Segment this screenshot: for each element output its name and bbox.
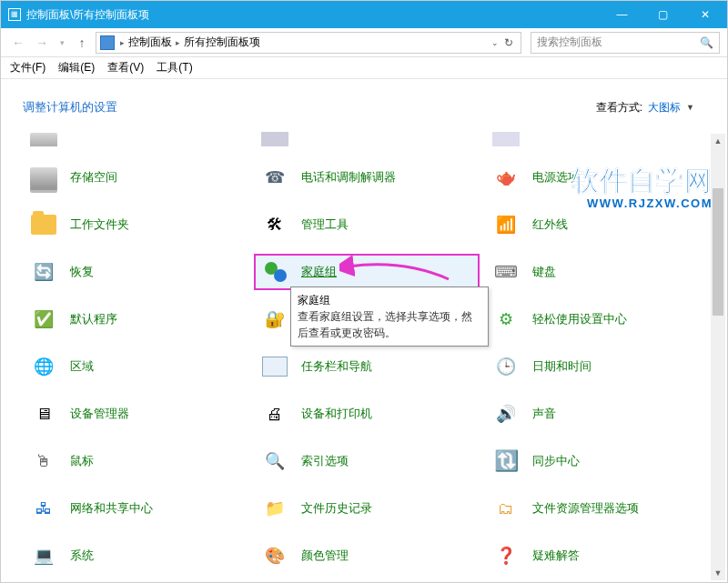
viewmode-value[interactable]: 大图标 bbox=[648, 100, 681, 116]
system-icon bbox=[30, 542, 57, 569]
breadcrumb-seg-1[interactable]: 控制面板 bbox=[128, 35, 172, 50]
content-header: 调整计算机的设置 查看方式: 大图标 ▼ bbox=[1, 79, 727, 128]
keyboard-icon bbox=[492, 258, 520, 286]
generic-icon bbox=[30, 133, 57, 146]
default-programs-icon bbox=[30, 306, 57, 333]
cp-item-explorer[interactable]: 文件资源管理器选项 bbox=[487, 492, 709, 525]
item-label: 轻松使用设置中心 bbox=[532, 311, 627, 327]
cp-item-colormgmt[interactable]: 颜色管理 bbox=[256, 539, 478, 572]
item-label: 同步中心 bbox=[532, 453, 580, 469]
datetime-icon bbox=[492, 353, 520, 380]
cp-item-indexing[interactable]: 索引选项 bbox=[256, 445, 478, 477]
window-controls: — ▢ ✕ bbox=[602, 1, 727, 28]
region-icon bbox=[30, 353, 57, 380]
tooltip: 家庭组 查看家庭组设置，选择共享选项，然后查看或更改密码。 bbox=[290, 286, 489, 347]
sync-icon bbox=[492, 447, 520, 475]
cp-item-mouse[interactable]: 鼠标 bbox=[25, 445, 247, 477]
infrared-icon bbox=[492, 211, 520, 238]
cp-item-keyboard[interactable]: 键盘 bbox=[487, 256, 709, 288]
generic-icon bbox=[261, 132, 288, 146]
refresh-icon[interactable]: ↻ bbox=[504, 36, 513, 49]
menu-bar: 文件(F) 编辑(E) 查看(V) 工具(T) bbox=[1, 57, 727, 79]
search-input[interactable]: 搜索控制面板 🔍 bbox=[531, 32, 720, 54]
item-label: 设备管理器 bbox=[70, 406, 129, 422]
credential-icon bbox=[261, 306, 288, 333]
chevron-down-icon[interactable]: ▼ bbox=[686, 103, 694, 112]
cp-item-partial[interactable] bbox=[25, 132, 247, 146]
cp-item-workfolder[interactable]: 工作文件夹 bbox=[25, 208, 247, 241]
cp-item-phone[interactable]: 电话和调制解调器 bbox=[256, 161, 478, 194]
item-label: 存储空间 bbox=[70, 169, 117, 186]
power-icon bbox=[492, 164, 520, 191]
cp-item-datetime[interactable]: 日期和时间 bbox=[487, 350, 709, 383]
view-mode: 查看方式: 大图标 ▼ bbox=[596, 100, 694, 116]
item-label: 系统 bbox=[70, 548, 94, 564]
storage-icon bbox=[30, 167, 57, 187]
menu-tools[interactable]: 工具(T) bbox=[157, 60, 192, 75]
menu-view[interactable]: 查看(V) bbox=[107, 60, 144, 75]
search-placeholder: 搜索控制面板 bbox=[537, 35, 602, 50]
mouse-icon bbox=[30, 447, 57, 475]
scroll-thumb[interactable] bbox=[713, 188, 723, 316]
item-label: 电源选项 bbox=[532, 169, 580, 186]
cp-item-infrared[interactable]: 红外线 bbox=[487, 208, 709, 241]
scroll-down-button[interactable]: ▼ bbox=[711, 566, 725, 580]
breadcrumb-dropdown-icon[interactable]: ⌄ bbox=[491, 38, 499, 47]
recovery-icon bbox=[30, 258, 57, 286]
item-label: 恢复 bbox=[70, 264, 94, 280]
breadcrumb-seg-2[interactable]: 所有控制面板项 bbox=[184, 35, 260, 50]
cp-item-easeaccess[interactable]: 轻松使用设置中心 bbox=[487, 303, 709, 336]
cp-item-sound[interactable]: 声音 bbox=[487, 397, 709, 430]
forward-button[interactable]: → bbox=[32, 33, 52, 53]
cp-item-taskbar[interactable]: 任务栏和导航 bbox=[256, 350, 478, 383]
cp-item-recovery[interactable]: 恢复 bbox=[25, 256, 247, 288]
cp-item-homegroup[interactable]: 家庭组 bbox=[256, 256, 478, 288]
phone-icon bbox=[261, 164, 288, 191]
cp-item-system[interactable]: 系统 bbox=[25, 539, 247, 572]
item-label: 电话和调制解调器 bbox=[301, 169, 396, 186]
vertical-scrollbar[interactable]: ▲ ▼ bbox=[711, 134, 725, 580]
menu-edit[interactable]: 编辑(E) bbox=[58, 60, 95, 75]
minimize-button[interactable]: — bbox=[602, 1, 642, 28]
search-icon[interactable]: 🔍 bbox=[700, 36, 713, 49]
tools-icon bbox=[261, 211, 288, 238]
cp-item-power[interactable]: 电源选项 bbox=[487, 161, 709, 194]
up-button[interactable]: ↑ bbox=[72, 33, 92, 53]
cp-item-devicemgr[interactable]: 设备管理器 bbox=[25, 397, 247, 430]
item-label: 键盘 bbox=[532, 264, 556, 280]
item-label: 任务栏和导航 bbox=[301, 358, 372, 375]
ease-of-access-icon bbox=[492, 306, 520, 333]
cp-item-troubleshoot[interactable]: 疑难解答 bbox=[487, 539, 709, 572]
item-label: 区域 bbox=[70, 358, 94, 375]
cp-item-sync[interactable]: 同步中心 bbox=[487, 445, 709, 477]
cp-item-filehistory[interactable]: 文件历史记录 bbox=[256, 492, 478, 525]
menu-file[interactable]: 文件(F) bbox=[10, 60, 46, 75]
cp-item-partial[interactable] bbox=[487, 132, 709, 146]
tooltip-title: 家庭组 bbox=[298, 292, 481, 308]
maximize-button[interactable]: ▢ bbox=[642, 1, 683, 28]
item-label: 家庭组 bbox=[301, 264, 337, 280]
item-label: 声音 bbox=[532, 406, 556, 422]
item-label: 疑难解答 bbox=[532, 548, 580, 564]
item-label: 红外线 bbox=[532, 216, 568, 233]
cp-item-storage[interactable]: 存储空间 bbox=[25, 161, 247, 194]
history-dropdown[interactable]: ▾ bbox=[56, 33, 68, 53]
titlebar: ▦ 控制面板\所有控制面板项 — ▢ ✕ bbox=[1, 1, 727, 28]
item-label: 文件资源管理器选项 bbox=[532, 500, 639, 517]
cp-item-partial[interactable] bbox=[256, 132, 478, 146]
breadcrumb[interactable]: ▸ 控制面板 ▸ 所有控制面板项 ⌄ ↻ bbox=[96, 32, 521, 54]
window-title: 控制面板\所有控制面板项 bbox=[26, 7, 602, 23]
back-button[interactable]: ← bbox=[8, 33, 28, 53]
scroll-up-button[interactable]: ▲ bbox=[711, 134, 725, 148]
cp-item-devprinter[interactable]: 设备和打印机 bbox=[256, 397, 478, 430]
cp-item-admintools[interactable]: 管理工具 bbox=[256, 208, 478, 241]
viewmode-label: 查看方式: bbox=[596, 100, 642, 116]
cp-item-defaultprog[interactable]: 默认程序 bbox=[25, 303, 247, 336]
close-button[interactable]: ✕ bbox=[683, 1, 727, 28]
item-label: 默认程序 bbox=[70, 311, 117, 327]
generic-icon bbox=[492, 132, 520, 146]
page-heading: 调整计算机的设置 bbox=[23, 99, 117, 116]
cp-item-network[interactable]: 网络和共享中心 bbox=[25, 492, 247, 525]
cp-item-region[interactable]: 区域 bbox=[25, 350, 247, 383]
item-label: 设备和打印机 bbox=[301, 406, 372, 422]
